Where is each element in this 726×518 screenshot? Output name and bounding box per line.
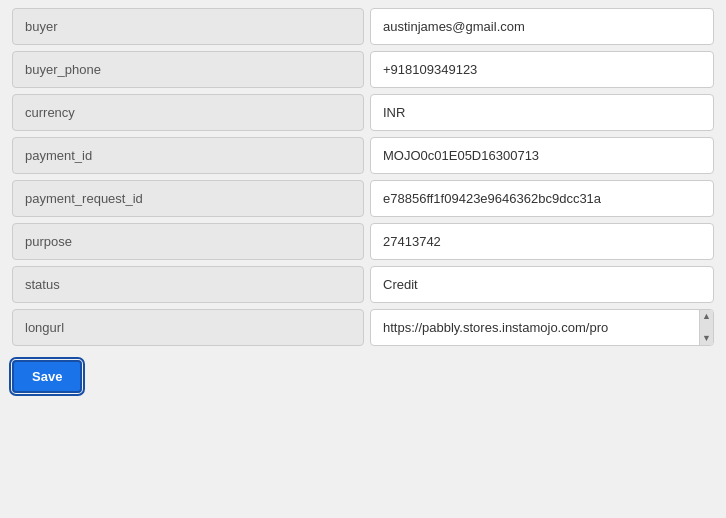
field-value-text-buyer: austinjames@gmail.com (383, 19, 525, 34)
field-value-purpose[interactable]: 27413742 (370, 223, 714, 260)
form-container: buyeraustinjames@gmail.combuyer_phone+91… (0, 0, 726, 409)
field-label-purpose: purpose (12, 223, 364, 260)
form-footer: Save (12, 356, 714, 397)
scroll-up-arrow[interactable]: ▲ (702, 312, 711, 321)
field-label-currency: currency (12, 94, 364, 131)
field-row-longurl: longurlhttps://pabbly.stores.instamojo.c… (12, 309, 714, 346)
field-value-text-payment_id: MOJO0c01E05D16300713 (383, 148, 539, 163)
field-row-buyer: buyeraustinjames@gmail.com (12, 8, 714, 45)
field-row-status: statusCredit (12, 266, 714, 303)
field-value-currency[interactable]: INR (370, 94, 714, 131)
scroll-down-arrow[interactable]: ▼ (702, 334, 711, 343)
field-label-buyer: buyer (12, 8, 364, 45)
field-value-longurl[interactable]: https://pabbly.stores.instamojo.com/pro … (370, 309, 714, 346)
field-value-buyer_phone[interactable]: +918109349123 (370, 51, 714, 88)
field-label-payment_request_id: payment_request_id (12, 180, 364, 217)
field-label-longurl: longurl (12, 309, 364, 346)
field-value-status[interactable]: Credit (370, 266, 714, 303)
field-row-purpose: purpose27413742 (12, 223, 714, 260)
field-value-payment_id[interactable]: MOJO0c01E05D16300713 (370, 137, 714, 174)
save-button[interactable]: Save (12, 360, 82, 393)
field-value-text-longurl: https://pabbly.stores.instamojo.com/pro (383, 320, 608, 335)
field-row-payment_id: payment_idMOJO0c01E05D16300713 (12, 137, 714, 174)
field-value-text-currency: INR (383, 105, 405, 120)
field-row-currency: currencyINR (12, 94, 714, 131)
field-row-payment_request_id: payment_request_ide78856ff1f09423e964636… (12, 180, 714, 217)
field-value-text-status: Credit (383, 277, 418, 292)
field-label-payment_id: payment_id (12, 137, 364, 174)
fields-list: buyeraustinjames@gmail.combuyer_phone+91… (12, 8, 714, 346)
field-value-text-payment_request_id: e78856ff1f09423e9646362bc9dcc31a (383, 191, 601, 206)
field-value-payment_request_id[interactable]: e78856ff1f09423e9646362bc9dcc31a (370, 180, 714, 217)
field-value-text-buyer_phone: +918109349123 (383, 62, 477, 77)
field-label-status: status (12, 266, 364, 303)
field-label-buyer_phone: buyer_phone (12, 51, 364, 88)
field-value-buyer[interactable]: austinjames@gmail.com (370, 8, 714, 45)
field-value-text-purpose: 27413742 (383, 234, 441, 249)
scrollbar-indicator[interactable]: ▲ ▼ (699, 310, 713, 345)
field-row-buyer_phone: buyer_phone+918109349123 (12, 51, 714, 88)
